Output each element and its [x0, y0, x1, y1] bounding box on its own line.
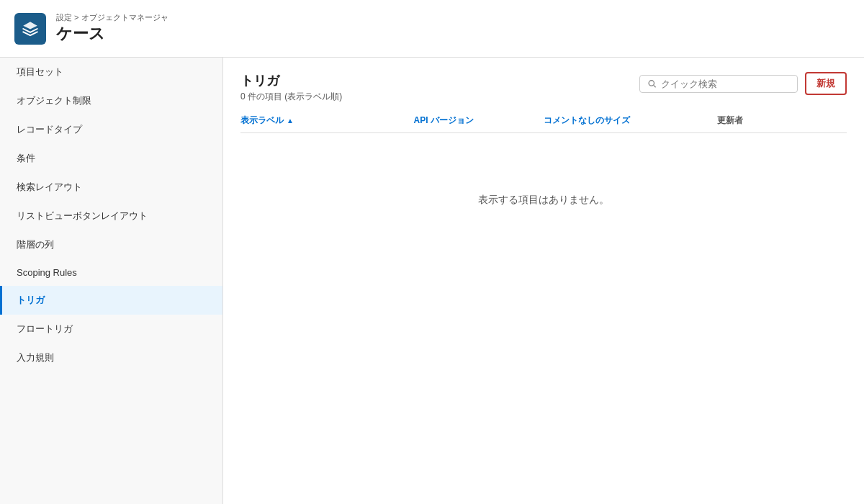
- sidebar: 項目セット オブジェクト制限 レコードタイプ 条件 検索レイアウト リストビュー…: [0, 58, 223, 504]
- sidebar-item-hierarchy-column[interactable]: 階層の列: [0, 230, 222, 259]
- empty-state: 表示する項目はありません。: [240, 136, 847, 264]
- layers-icon: [21, 19, 40, 38]
- content-title: トリガ: [240, 72, 342, 89]
- svg-point-0: [649, 81, 654, 86]
- sidebar-item-flow-trigger[interactable]: フロートリガ: [0, 315, 222, 343]
- table-container: 表示ラベル ▲ API バージョン コメントなしのサイズ 更新者 表示する項目は…: [240, 114, 847, 264]
- sidebar-item-scoping-rules[interactable]: Scoping Rules: [0, 259, 222, 286]
- main-container: 項目セット オブジェクト制限 レコードタイプ 条件 検索レイアウト リストビュー…: [0, 58, 864, 504]
- search-icon: [647, 78, 657, 89]
- sidebar-item-record-type[interactable]: レコードタイプ: [0, 115, 222, 144]
- content-header: トリガ 0 件の項目 (表示ラベル順) 新規: [240, 72, 847, 103]
- sidebar-item-list-view-button-layout[interactable]: リストビューボタンレイアウト: [0, 202, 222, 230]
- sidebar-item-condition[interactable]: 条件: [0, 144, 222, 173]
- header-text-block: 設定 > オブジェクトマネージャ ケース: [56, 12, 168, 45]
- new-button[interactable]: 新規: [805, 72, 847, 95]
- svg-line-1: [654, 85, 656, 87]
- content-area: トリガ 0 件の項目 (表示ラベル順) 新規 表示ラベル ▲: [223, 58, 864, 504]
- sidebar-item-object-limit[interactable]: オブジェクト制限: [0, 86, 222, 115]
- table-header: 表示ラベル ▲ API バージョン コメントなしのサイズ 更新者: [240, 114, 847, 133]
- table-header-api-version[interactable]: API バージョン: [414, 114, 544, 127]
- table-header-updated-by: 更新者: [717, 114, 847, 127]
- search-box[interactable]: [639, 75, 798, 93]
- content-actions: 新規: [639, 72, 847, 95]
- sidebar-item-search-layout[interactable]: 検索レイアウト: [0, 173, 222, 202]
- table-header-no-comment-size[interactable]: コメントなしのサイズ: [544, 114, 717, 127]
- sidebar-item-trigger[interactable]: トリガ: [0, 286, 222, 315]
- sidebar-item-input-rules[interactable]: 入力規則: [0, 343, 222, 372]
- page-header: 設定 > オブジェクトマネージャ ケース: [0, 0, 864, 58]
- search-input[interactable]: [661, 78, 790, 89]
- object-manager-icon: [14, 13, 46, 45]
- breadcrumb: 設定 > オブジェクトマネージャ: [56, 12, 168, 23]
- content-title-block: トリガ 0 件の項目 (表示ラベル順): [240, 72, 342, 103]
- table-header-display-label[interactable]: 表示ラベル ▲: [240, 114, 414, 127]
- content-subtitle: 0 件の項目 (表示ラベル順): [240, 91, 342, 103]
- sort-arrow-icon: ▲: [287, 117, 294, 125]
- sidebar-item-item-set[interactable]: 項目セット: [0, 58, 222, 86]
- page-title: ケース: [56, 23, 168, 45]
